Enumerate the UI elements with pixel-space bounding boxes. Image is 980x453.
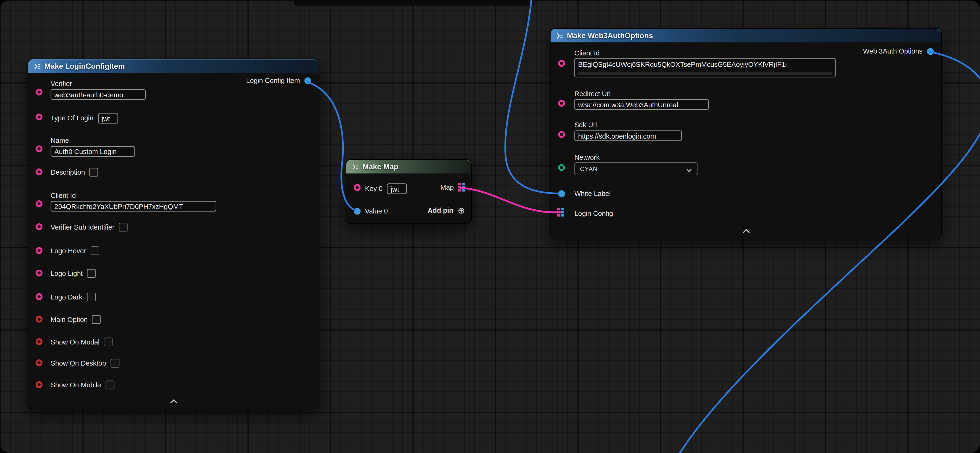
node-make-web3authoptions[interactable]: Make Web3AuthOptions Web 3Auth Options C… bbox=[550, 28, 942, 239]
output-row-map: Map bbox=[441, 183, 465, 192]
pin-label: Show On Desktop bbox=[51, 359, 106, 367]
pin-redirect-url[interactable] bbox=[558, 100, 565, 107]
pin-value-0[interactable] bbox=[354, 208, 361, 215]
pin-label: Main Option bbox=[51, 315, 88, 323]
output-row-login-config-item: Login Config Item bbox=[246, 77, 312, 85]
logo-hover-input[interactable] bbox=[91, 246, 99, 255]
pin-client-id[interactable] bbox=[36, 200, 43, 207]
output-row-web3auth-options: Web 3Auth Options bbox=[863, 48, 934, 55]
offscreen-node-partial[interactable] bbox=[294, 0, 535, 6]
pin-verifier-sub-identifier[interactable] bbox=[36, 223, 43, 230]
show-on-modal-checkbox[interactable] bbox=[104, 337, 113, 346]
make-struct-icon bbox=[556, 32, 563, 39]
client-id-value: BEglQSgt4cUWcj6SKRdu5QkOXTsePmMcusG5EAoy… bbox=[578, 60, 787, 68]
pin-main-option[interactable] bbox=[36, 316, 43, 323]
pin-label: Value 0 bbox=[365, 207, 388, 215]
output-pin-label: Map bbox=[441, 183, 454, 191]
client-id-scrollbar[interactable] bbox=[578, 72, 832, 75]
node-title: Make Map bbox=[363, 163, 398, 171]
output-pin-label: Web 3Auth Options bbox=[863, 48, 923, 55]
show-on-desktop-checkbox[interactable] bbox=[111, 359, 119, 367]
type-of-login-input[interactable] bbox=[98, 113, 118, 124]
node-header[interactable]: Make LoginConfigItem bbox=[28, 59, 319, 73]
pin-row-show-on-modal: Show On Modal bbox=[51, 337, 113, 346]
pin-row-client-id: Client Id bbox=[574, 49, 600, 59]
node-make-map[interactable]: Make Map Key 0 Map Value 0 Add pin ⊕ bbox=[345, 159, 472, 224]
collapse-chevron-icon[interactable] bbox=[170, 399, 177, 404]
blueprint-graph-canvas[interactable]: Make LoginConfigItem Login Config Item V… bbox=[0, 0, 980, 453]
network-dropdown[interactable]: CYAN bbox=[574, 162, 697, 175]
collapse-chevron-icon[interactable] bbox=[742, 229, 750, 233]
pin-show-on-desktop[interactable] bbox=[36, 360, 43, 366]
pin-description[interactable] bbox=[36, 168, 43, 175]
make-map-icon bbox=[352, 163, 359, 170]
pin-label: Login Config bbox=[574, 210, 613, 218]
key-0-input[interactable] bbox=[387, 184, 407, 194]
pin-row-verifier: Verifier bbox=[51, 80, 146, 100]
pin-label: Description bbox=[51, 168, 85, 176]
pin-logo-dark[interactable] bbox=[36, 293, 43, 300]
chevron-down-icon bbox=[686, 163, 692, 174]
name-input[interactable] bbox=[51, 146, 135, 157]
pin-map-out[interactable] bbox=[458, 183, 465, 192]
pin-row-network: Network bbox=[574, 154, 600, 163]
pin-row-name: Name bbox=[51, 137, 135, 157]
network-selected-value: CYAN bbox=[580, 165, 597, 173]
verifier-input[interactable] bbox=[51, 89, 146, 100]
pin-row-type-of-login: Type Of Login bbox=[51, 113, 118, 124]
redirect-url-input[interactable] bbox=[574, 99, 709, 110]
verifier-sub-identifier-input[interactable] bbox=[119, 223, 127, 231]
pin-label: Logo Hover bbox=[51, 247, 86, 255]
make-struct-icon bbox=[34, 63, 41, 70]
logo-light-input[interactable] bbox=[87, 269, 96, 278]
output-pin-label: Login Config Item bbox=[246, 77, 300, 85]
pin-logo-light[interactable] bbox=[36, 269, 43, 277]
node-header[interactable]: Make Map bbox=[346, 160, 471, 173]
pin-sdk-url[interactable] bbox=[558, 131, 565, 138]
pin-show-on-mobile[interactable] bbox=[36, 381, 43, 388]
node-make-loginconfigitem[interactable]: Make LoginConfigItem Login Config Item V… bbox=[27, 59, 320, 409]
pin-login-config-item-out[interactable] bbox=[304, 78, 311, 84]
pin-row-login-config: Login Config bbox=[574, 210, 613, 218]
add-pin-button[interactable]: Add pin ⊕ bbox=[428, 206, 465, 215]
pin-label: Verifier Sub Identifier bbox=[51, 223, 114, 231]
wire-map-to-loginconfig bbox=[461, 188, 560, 212]
pin-web3auth-options-out[interactable] bbox=[927, 48, 934, 55]
pin-label: Key 0 bbox=[365, 185, 383, 193]
pin-row-white-label: White Label bbox=[574, 190, 611, 198]
pin-network[interactable] bbox=[558, 164, 565, 171]
pin-name[interactable] bbox=[36, 146, 43, 152]
sdk-url-input[interactable] bbox=[574, 130, 682, 141]
pin-row-sdk-url: Sdk Url bbox=[574, 121, 682, 141]
pin-label: Show On Modal bbox=[51, 338, 99, 346]
pin-label: Logo Light bbox=[51, 269, 83, 277]
pin-login-config[interactable] bbox=[557, 208, 564, 217]
show-on-mobile-checkbox[interactable] bbox=[105, 380, 114, 389]
pin-show-on-modal[interactable] bbox=[36, 338, 43, 345]
pin-row-verifier-sub-identifier: Verifier Sub Identifier bbox=[51, 223, 127, 231]
pin-label: Show On Mobile bbox=[51, 381, 101, 389]
pin-label: Sdk Url bbox=[574, 121, 682, 129]
pin-row-show-on-mobile: Show On Mobile bbox=[51, 380, 114, 389]
pin-row-logo-hover: Logo Hover bbox=[51, 246, 99, 255]
pin-label: Network bbox=[574, 154, 600, 162]
pin-key-0[interactable] bbox=[354, 184, 361, 191]
pin-label: White Label bbox=[574, 190, 611, 198]
logo-dark-input[interactable] bbox=[87, 293, 95, 301]
description-input[interactable] bbox=[89, 168, 98, 176]
pin-row-client-id: Client Id bbox=[51, 192, 216, 212]
pin-client-id[interactable] bbox=[558, 60, 565, 67]
main-option-checkbox[interactable] bbox=[92, 315, 101, 324]
pin-row-logo-dark: Logo Dark bbox=[51, 293, 95, 301]
node-header[interactable]: Make Web3AuthOptions bbox=[551, 29, 941, 43]
pin-white-label[interactable] bbox=[558, 190, 565, 197]
add-pin-label: Add pin bbox=[428, 206, 453, 214]
pin-label: Name bbox=[51, 137, 135, 145]
pin-type-of-login[interactable] bbox=[36, 114, 43, 120]
client-id-input[interactable]: BEglQSgt4cUWcj6SKRdu5QkOXTsePmMcusG5EAoy… bbox=[574, 58, 836, 78]
client-id-input[interactable] bbox=[51, 201, 216, 212]
pin-logo-hover[interactable] bbox=[36, 247, 43, 254]
node-title: Make LoginConfigItem bbox=[45, 62, 125, 70]
pin-verifier[interactable] bbox=[36, 89, 43, 95]
pin-label: Redirect Url bbox=[574, 90, 709, 98]
